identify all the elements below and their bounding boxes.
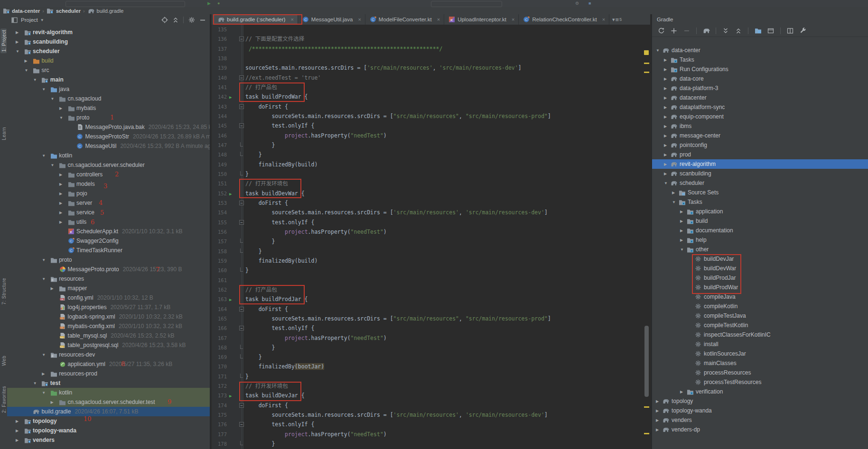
expand-arrow-icon[interactable]: ▶ <box>679 238 686 242</box>
expand-arrow-icon[interactable]: ▶ <box>13 30 24 35</box>
fold-marker-icon[interactable] <box>240 248 243 253</box>
project-tree-item-mapper[interactable]: ▶mapper <box>7 284 210 293</box>
fold-marker-icon[interactable] <box>240 171 243 175</box>
project-tree-item-controllers[interactable]: ▶controllers <box>7 170 210 179</box>
gradle-tree-item-documentation[interactable]: ▶documentation <box>652 226 868 235</box>
expand-arrow-icon[interactable]: ▶ <box>663 115 670 119</box>
expand-arrow-icon[interactable]: ▶ <box>679 219 686 223</box>
project-tree-item-utils[interactable]: ▶utils <box>7 217 210 227</box>
gradle-tree-item-builddevjar[interactable]: buildDevJar <box>652 254 868 264</box>
fold-marker-icon[interactable] <box>240 142 243 147</box>
gradle-tree-item-processtestresources[interactable]: processTestResources <box>652 377 868 387</box>
gradle-tree-item-buildprodjar[interactable]: buildProdJar <box>652 273 868 283</box>
expand-arrow-icon[interactable]: ▶ <box>48 286 59 291</box>
expand-arrow-icon[interactable]: ▶ <box>679 390 686 394</box>
gradle-tree-item-scanbuilding[interactable]: ▶scanbuilding <box>652 169 868 178</box>
expand-arrow-icon[interactable]: ▶ <box>663 143 670 147</box>
project-tree-item-scheduler[interactable]: ▼scheduler <box>7 46 210 56</box>
fold-marker-icon[interactable]: − <box>239 422 244 427</box>
stripe-item-web[interactable]: Web <box>0 356 7 366</box>
project-tree-item-src[interactable]: ▼src <box>7 65 210 75</box>
collapse-arrow-icon[interactable]: ▼ <box>663 181 670 185</box>
gear-ui-icon[interactable] <box>187 16 196 24</box>
expand-arrow-icon[interactable]: ▶ <box>663 58 670 62</box>
fold-marker-icon[interactable] <box>240 152 243 156</box>
project-tree-item-timedtaskrunner[interactable]: CTimedTaskRunner <box>7 246 210 255</box>
expand-arrow-icon[interactable]: ▶ <box>655 428 662 432</box>
gradle-tree-item-verification[interactable]: ▶verification <box>652 387 868 396</box>
chevron-down-icon[interactable]: ▼ <box>40 18 44 22</box>
collapse-arrow-icon[interactable]: ▼ <box>39 353 50 357</box>
expand-arrow-icon[interactable]: ▶ <box>655 409 662 413</box>
breadcrumb-item[interactable]: build.gradle <box>87 7 124 14</box>
project-tree-item-service[interactable]: ▶service <box>7 208 210 217</box>
warning-stripe-mark[interactable] <box>644 63 649 64</box>
project-tree-item-swagger2config[interactable]: CSwagger2Config <box>7 236 210 246</box>
expand-arrow-icon[interactable]: ▶ <box>57 211 67 215</box>
expand-arrow-icon[interactable]: ▶ <box>663 153 670 157</box>
warning-stripe-mark[interactable] <box>644 72 649 73</box>
gradle-tree-item-application[interactable]: ▶application <box>652 207 868 216</box>
collapse-arrow-icon[interactable]: ▼ <box>31 381 41 385</box>
fold-marker-icon[interactable]: − <box>239 326 244 330</box>
project-tree-item-logback-spring.xml[interactable]: <>logback-spring.xml2020/1/10 10:32, 2.3… <box>7 312 210 321</box>
expand-arrow-icon[interactable]: ▶ <box>57 182 67 186</box>
stripe-item----structure[interactable]: 7: Structure <box>0 278 7 305</box>
expand-arrow-icon[interactable]: ▶ <box>679 229 686 233</box>
project-tree-item-build[interactable]: ▶build <box>7 56 210 65</box>
project-tree-item-messageproto.proto[interactable]: MessageProto.proto2020/4/26 15:23, 390 B <box>7 265 210 274</box>
project-tree-item-revit-algorithm[interactable]: ▶revit-algorithm <box>7 27 210 37</box>
expand-arrow-icon[interactable]: ▶ <box>671 191 678 195</box>
project-tree-item-resources-prod[interactable]: ▶resources-prod <box>7 369 210 378</box>
gradle-tree-item-mainclasses[interactable]: mainClasses <box>652 358 868 368</box>
gradle-tree-item-ibms[interactable]: ▶ibms <box>652 121 868 131</box>
project-tree-item-venders[interactable]: ▶venders <box>7 435 210 445</box>
expand-arrow-icon[interactable]: ▶ <box>39 372 50 376</box>
project-tree-item-pojo[interactable]: ▶pojo <box>7 189 210 198</box>
breadcrumb-item[interactable]: scheduler <box>47 7 81 14</box>
run-task-icon[interactable]: ▶ <box>229 92 232 102</box>
locate-icon[interactable] <box>160 16 168 24</box>
run-configuration-combo[interactable] <box>65 1 185 7</box>
expand-arrow-icon[interactable]: ▶ <box>655 399 662 403</box>
gradle-tree-item-source-sets[interactable]: ▶Source Sets <box>652 188 868 197</box>
minimize-icon[interactable] <box>198 16 206 24</box>
collapse-all-icon[interactable] <box>171 16 179 24</box>
gradle-tree-item-data-platform-3[interactable]: ▶data-platform-3 <box>652 83 868 93</box>
gradle-tree-item-datacenter[interactable]: ▶datacenter <box>652 93 868 102</box>
expand-arrow-icon[interactable]: ▶ <box>22 59 32 63</box>
expand-arrow-icon[interactable]: ▶ <box>663 162 670 166</box>
gradle-tree-item-compiletestjava[interactable]: compileTestJava <box>652 311 868 321</box>
expand-arrow-icon[interactable]: ▶ <box>663 105 670 110</box>
close-tab-icon[interactable]: × <box>437 17 440 22</box>
expand-arrow-icon[interactable]: ▶ <box>57 220 67 224</box>
expand-arrow-icon[interactable]: ▶ <box>663 134 670 138</box>
collapse-arrow-icon[interactable]: ▼ <box>31 78 41 82</box>
project-tree-item-topology[interactable]: ▶topology <box>7 416 210 426</box>
scrollbar-thumb[interactable] <box>644 326 649 397</box>
fold-marker-icon[interactable]: − <box>239 403 244 408</box>
gradle-tree-item-venders[interactable]: ▶venders <box>652 415 868 425</box>
project-tree-item-proto[interactable]: ▼proto <box>7 113 210 122</box>
gradle-tree-item-topology-wanda[interactable]: ▶topology-wanda <box>652 406 868 415</box>
project-tree-item-application.yml[interactable]: application.yml2020/5/27 11:35, 3.26 kB <box>7 359 210 369</box>
gradle-tree-item-compiletestkotlin[interactable]: compileTestKotlin <box>652 321 868 330</box>
project-tree-item-scanbuilding[interactable]: ▶scanbuilding <box>7 37 210 46</box>
run-icon[interactable]: ▶ <box>207 1 211 6</box>
gradle-tree-item-message-center[interactable]: ▶message-center <box>652 131 868 140</box>
fold-marker-icon[interactable]: − <box>239 37 244 41</box>
expand-arrow-icon[interactable]: ▶ <box>663 86 670 91</box>
fold-marker-icon[interactable]: − <box>239 75 244 80</box>
collapse-arrow-icon[interactable]: ▼ <box>57 116 67 120</box>
collapse-all-icon[interactable] <box>734 27 743 35</box>
expand-arrow-icon[interactable]: ▶ <box>13 438 24 442</box>
project-tree-item-kotlin[interactable]: ▼kotlin <box>7 388 210 397</box>
warning-stripe-mark[interactable] <box>644 433 649 434</box>
project-tree-item-cn.sagacloud[interactable]: ▼cn.sagacloud <box>7 94 210 103</box>
gradle-tree-item-tasks[interactable]: ▶Tasks <box>652 55 868 64</box>
project-tree-item-main[interactable]: ▼main <box>7 75 210 84</box>
gradle-tree-item-equip-component[interactable]: ▶equip-component <box>652 112 868 121</box>
expand-arrow-icon[interactable]: ▶ <box>679 210 686 214</box>
fold-marker-icon[interactable]: − <box>239 104 244 109</box>
gradle-tree-item-data-core[interactable]: ▶data-core <box>652 74 868 83</box>
